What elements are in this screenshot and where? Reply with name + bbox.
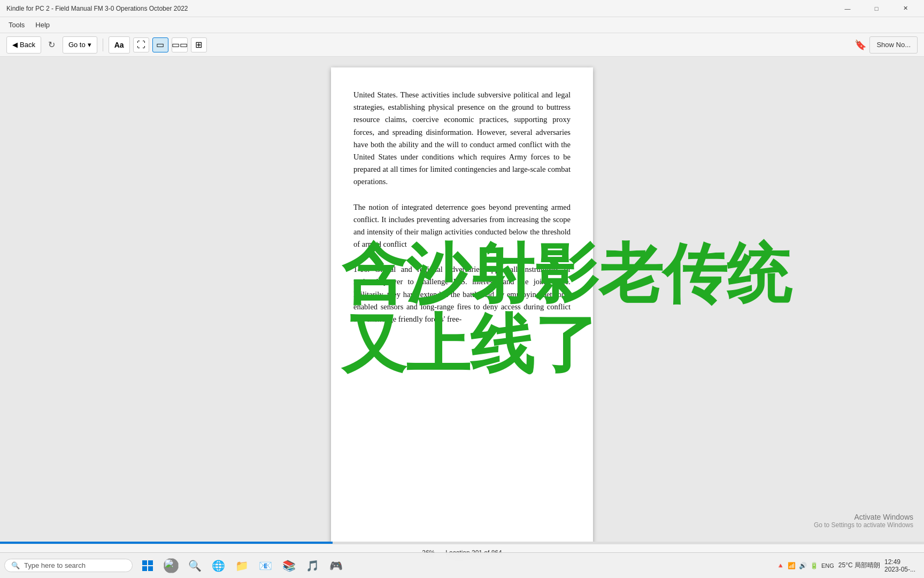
tray-keyboard-icon[interactable]: ENG [821,562,834,569]
tray-battery-icon[interactable]: 🔋 [810,562,818,569]
show-notes-label: Show No... [876,41,911,49]
clock[interactable]: 12:49 2023-05-... [884,558,915,573]
temperature: 25°C [838,561,853,569]
back-label: Back [20,41,35,49]
user-avatar [164,558,179,573]
tray-icon-1[interactable]: 🔺 [776,562,784,569]
main-content-area: 含沙射影老传统 又上线了 United States. These activi… [0,57,924,561]
menu-bar: Tools Help [0,17,924,33]
single-page-button[interactable]: ▭ [152,37,168,52]
pdf-container[interactable]: 含沙射影老传统 又上线了 United States. These activi… [0,57,924,561]
system-tray: 🔺 📶 🔊 🔋 ENG [776,562,834,569]
svg-rect-2 [142,566,147,571]
search-icon: 🔍 [11,561,20,569]
bookmark-icon[interactable]: 🔖 [854,39,866,51]
taskbar-icon-kindle[interactable]: 📚 [278,555,299,576]
weather-desc: 局部晴朗 [854,561,880,569]
paragraph-2-text: The notion of integrated deterrence goes… [353,201,571,251]
maximize-button[interactable]: □ [864,0,889,17]
taskbar-right: 🔺 📶 🔊 🔋 ENG 25°C 局部晴朗 12:49 2023-05-... [776,558,920,573]
svg-rect-1 [148,560,153,565]
font-label: Aa [114,41,124,49]
taskbar-icon-mail[interactable]: 📧 [255,555,276,576]
menu-tools[interactable]: Tools [4,19,29,31]
refresh-icon: ↻ [48,40,55,50]
paragraph-1-text: United States. These activities include … [353,89,571,188]
show-notes-button[interactable]: Show No... [869,36,918,54]
double-page-icon: ▭▭ [172,40,188,50]
pdf-paragraph-1: United States. These activities include … [353,89,571,188]
single-page-icon: ▭ [156,40,164,50]
taskbar-icon-avatar[interactable] [160,555,182,576]
back-button[interactable]: ◀ Back [6,36,41,54]
taskbar-icon-windows[interactable] [137,555,158,576]
app-title: Kindle for PC 2 - Field Manual FM 3-0 Op… [6,5,188,12]
double-page-button[interactable]: ▭▭ [172,37,188,52]
search-placeholder: Type here to search [24,561,86,569]
font-button[interactable]: Aa [109,36,130,54]
taskbar-icons: 🔍 🌐 📁 📧 📚 🎵 🎮 [137,555,346,576]
time-display: 12:49 [884,558,915,566]
svg-rect-3 [148,566,153,571]
goto-button[interactable]: Go to ▾ [63,36,97,54]
tray-network-icon[interactable]: 📶 [788,562,796,569]
taskbar-search[interactable]: 🔍 Type here to search [4,559,133,572]
refresh-button[interactable]: ↻ [44,37,59,52]
pdf-paragraph-2: The notion of integrated deterrence goes… [353,201,571,251]
goto-label: Go to [68,41,86,49]
taskbar-icon-explorer[interactable]: 📁 [231,555,252,576]
title-bar: Kindle for PC 2 - Field Manual FM 3-0 Op… [0,0,924,17]
taskbar-icon-search[interactable]: 🔍 [184,555,205,576]
grid-view-button[interactable]: ⊞ [191,37,207,52]
toolbar: ◀ Back ↻ Go to ▾ Aa ⛶ ▭ ▭▭ ⊞ 🔖 Show No..… [0,33,924,57]
menu-help[interactable]: Help [31,19,54,31]
svg-rect-0 [142,560,147,565]
tray-volume-icon[interactable]: 🔊 [799,562,807,569]
fullscreen-icon: ⛶ [137,40,145,50]
close-button[interactable]: ✕ [893,0,918,17]
pdf-page: 含沙射影老传统 又上线了 United States. These activi… [331,67,593,550]
grid-view-icon: ⊞ [195,40,202,50]
back-chevron-icon: ◀ [12,41,18,49]
minimize-button[interactable]: — [835,0,860,17]
separator-1 [103,39,103,51]
date-display: 2023-05-... [884,566,915,573]
goto-chevron-icon: ▾ [88,41,91,49]
weather-info: 25°C 局部晴朗 [838,561,880,570]
fullscreen-button[interactable]: ⛶ [133,37,149,52]
taskbar-icon-app5[interactable]: 🎵 [302,555,323,576]
pdf-paragraph-3: 1-16. Global and regional adversaries ap… [353,263,571,325]
taskbar: 🔍 Type here to search 🔍 🌐 📁 📧 📚 🎵 🎮 🔺 📶 … [0,552,924,578]
paragraph-3-text: 1-16. Global and regional adversaries ap… [353,263,571,325]
taskbar-icon-edge[interactable]: 🌐 [207,555,229,576]
taskbar-icon-app6[interactable]: 🎮 [325,555,346,576]
